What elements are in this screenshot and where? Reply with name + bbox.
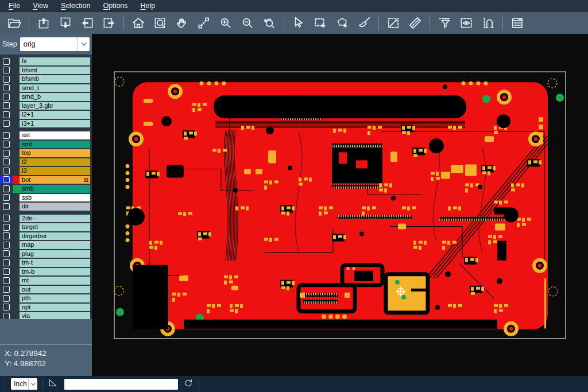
layer-visibility-checkbox[interactable] (0, 66, 13, 75)
home-view-icon[interactable] (127, 13, 149, 33)
layer-name[interactable]: sst (20, 131, 90, 139)
layer-color-swatch[interactable] (13, 92, 20, 102)
layer-visibility-checkbox[interactable] (0, 176, 13, 185)
import-left-icon[interactable] (76, 13, 98, 33)
layer-name[interactable]: ssb (20, 194, 90, 202)
layer-name[interactable]: mt (20, 277, 90, 285)
layer-name[interactable]: top (20, 149, 90, 157)
layer-color-swatch[interactable] (13, 258, 20, 267)
layer-name[interactable]: dirgerber (20, 232, 90, 240)
layer-visibility-checkbox[interactable] (0, 294, 13, 303)
layer-visibility-checkbox[interactable] (0, 184, 13, 193)
layer-color-swatch[interactable] (13, 250, 20, 259)
layer-name[interactable]: l2+1 (20, 111, 90, 119)
layer-visibility-checkbox[interactable] (0, 276, 13, 285)
layer-name[interactable]: smd_t (20, 84, 90, 92)
view-area-icon[interactable] (455, 13, 477, 33)
layer-name[interactable]: tm-t (20, 259, 90, 267)
angle-tool-icon[interactable] (47, 377, 59, 391)
layer-color-swatch[interactable] (13, 166, 20, 176)
command-input[interactable] (64, 379, 178, 390)
layer-color-swatch[interactable] (13, 312, 20, 319)
layer-visibility-checkbox[interactable] (0, 214, 13, 223)
layer-name[interactable]: fx (20, 57, 90, 65)
layer-color-swatch[interactable] (13, 176, 20, 185)
layer-name[interactable]: via (20, 312, 90, 319)
layer-name[interactable]: bfsmt (20, 67, 90, 75)
layer-color-swatch[interactable] (13, 240, 20, 250)
layer-name[interactable]: pth (20, 294, 90, 302)
layer-color-swatch[interactable] (13, 102, 20, 111)
layer-name[interactable]: l3 (20, 167, 90, 175)
layer-name[interactable]: smb (20, 185, 90, 193)
menu-file[interactable]: File (2, 1, 26, 11)
layer-name[interactable]: l2 (20, 158, 90, 166)
pan-hand-icon[interactable] (171, 13, 193, 33)
layer-color-swatch[interactable] (13, 158, 20, 167)
filter-selection-icon[interactable] (434, 13, 455, 33)
import-top-icon[interactable] (33, 13, 55, 33)
layer-name[interactable]: bot⊞ (20, 176, 90, 184)
layer-color-swatch[interactable] (13, 214, 20, 223)
unit-select[interactable]: Inch (11, 378, 37, 390)
layer-color-swatch[interactable] (13, 267, 20, 277)
menu-selection[interactable]: Selection (55, 1, 96, 11)
select-cursor-icon[interactable] (288, 13, 310, 33)
layer-color-swatch[interactable] (13, 202, 20, 211)
select-window-icon[interactable] (310, 13, 331, 33)
measure-line-icon[interactable] (382, 13, 404, 33)
layer-color-swatch[interactable] (13, 110, 20, 119)
layer-visibility-checkbox[interactable] (0, 258, 13, 267)
highlight-brush-icon[interactable] (353, 13, 375, 33)
zoom-window-icon[interactable] (149, 13, 171, 33)
layer-visibility-checkbox[interactable] (0, 193, 13, 203)
layer-visibility-checkbox[interactable] (0, 75, 13, 84)
layer-color-swatch[interactable] (13, 193, 20, 203)
layer-visibility-checkbox[interactable] (0, 223, 13, 232)
layer-name[interactable]: target (20, 223, 90, 231)
layer-color-swatch[interactable] (13, 131, 20, 140)
layer-visibility-checkbox[interactable] (0, 303, 13, 312)
layer-name[interactable]: layer_3.gbr (20, 102, 90, 110)
layer-visibility-checkbox[interactable] (0, 131, 13, 140)
import-right-icon[interactable] (98, 13, 120, 33)
zoom-out-icon[interactable] (237, 13, 258, 33)
layer-name[interactable]: smd_b (20, 93, 90, 101)
layer-name[interactable]: l3+1 (20, 120, 90, 128)
open-folder-icon[interactable] (3, 13, 25, 33)
layer-visibility-checkbox[interactable] (0, 102, 13, 111)
layer-visibility-checkbox[interactable] (0, 202, 13, 211)
layer-visibility-checkbox[interactable] (0, 110, 13, 119)
menu-options[interactable]: Options (96, 1, 134, 11)
layer-color-swatch[interactable] (13, 75, 20, 84)
pcb-canvas[interactable] (92, 34, 588, 376)
layer-name[interactable]: smt (20, 141, 90, 149)
layer-visibility-checkbox[interactable] (0, 250, 13, 259)
layer-name[interactable]: out (20, 286, 90, 294)
layer-visibility-checkbox[interactable] (0, 166, 13, 176)
layer-visibility-checkbox[interactable] (0, 57, 13, 66)
layer-color-swatch[interactable] (13, 276, 20, 285)
layer-color-swatch[interactable] (13, 303, 20, 312)
layer-visibility-checkbox[interactable] (0, 84, 13, 93)
layer-color-swatch[interactable] (13, 184, 20, 193)
ruler-icon[interactable] (404, 13, 426, 33)
layer-name[interactable]: tm-b (20, 268, 90, 276)
layer-color-swatch[interactable] (13, 223, 20, 232)
snap-trace-icon[interactable] (477, 13, 499, 33)
report-form-icon[interactable] (506, 13, 528, 33)
layer-name[interactable]: bfsmb (20, 75, 90, 83)
layer-color-swatch[interactable] (13, 84, 20, 93)
import-bottom-icon[interactable] (55, 13, 76, 33)
layer-visibility-checkbox[interactable] (0, 267, 13, 277)
layer-name[interactable]: 2dir-- (20, 215, 90, 223)
layer-name[interactable]: dir (20, 203, 90, 211)
measure-points-icon[interactable] (193, 13, 215, 33)
layer-visibility-checkbox[interactable] (0, 92, 13, 102)
layer-visibility-checkbox[interactable] (0, 312, 13, 319)
layer-color-swatch[interactable] (13, 66, 20, 75)
layer-visibility-checkbox[interactable] (0, 140, 13, 149)
step-select[interactable]: orig (20, 37, 90, 51)
menu-view[interactable]: View (26, 1, 55, 11)
layer-color-swatch[interactable] (13, 149, 20, 158)
